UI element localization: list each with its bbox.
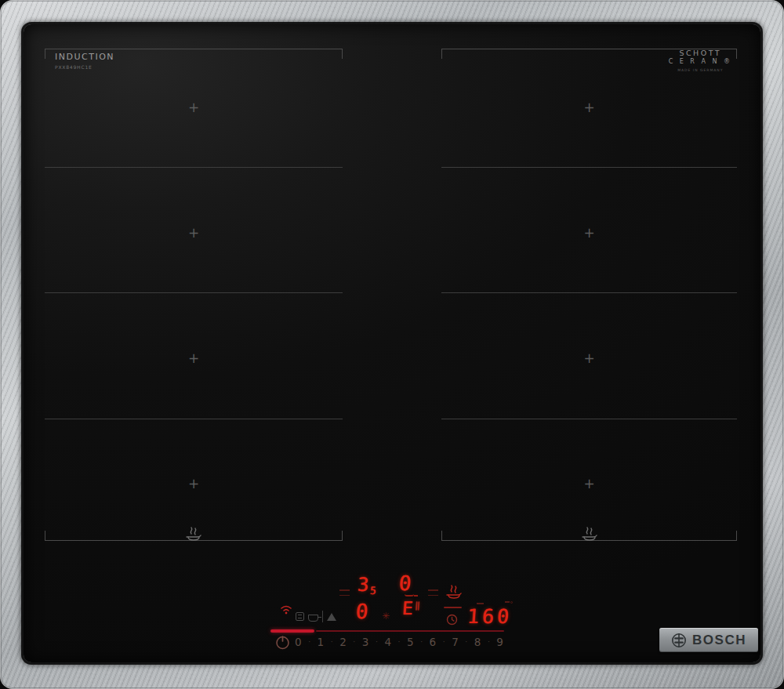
level-key-7[interactable]: 7 — [452, 636, 459, 648]
timer-clock-icon[interactable] — [446, 614, 458, 626]
zone-center-marker: + — [583, 353, 595, 364]
level-key-2[interactable]: 2 — [339, 636, 347, 648]
zone-border-top — [45, 49, 343, 49]
level-dot: · — [308, 638, 310, 646]
level-key-3[interactable]: 3 — [362, 636, 369, 648]
ceramic-glass-surface: INDUCTION PXX849HC1E SCHOTT C E R A N ® … — [24, 24, 760, 662]
bosch-badge: BOSCH — [659, 628, 758, 652]
level-key-4[interactable]: 4 — [384, 636, 391, 648]
zone-divider — [45, 292, 343, 293]
level-key-9[interactable]: 9 — [496, 636, 503, 648]
zone-divider — [441, 167, 737, 168]
power-slider-active-segment[interactable] — [270, 629, 314, 633]
level-dot: · — [420, 638, 423, 646]
bosch-logo-text: BOSCH — [692, 633, 746, 648]
pan-steam-icon — [579, 526, 600, 543]
wifi-icon — [279, 604, 293, 615]
mini-pan-icon — [405, 591, 414, 597]
pan-icon — [308, 615, 318, 622]
legend-divider — [322, 611, 323, 622]
level-key-0[interactable]: 0 — [295, 636, 302, 648]
zone-center-marker: + — [583, 478, 595, 490]
flex-zone-group-right: + + + + — [441, 49, 737, 541]
display-fry-sensor: E‖ — [401, 600, 419, 618]
printed-legend — [296, 611, 336, 622]
zone-center-marker: + — [583, 102, 595, 114]
zone-divider — [45, 419, 343, 419]
level-dot: · — [398, 638, 401, 646]
fry-sensor-underline — [444, 607, 462, 608]
level-dot: · — [443, 638, 445, 646]
level-indicator-marks — [339, 589, 350, 596]
level-key-5[interactable]: 5 — [407, 636, 414, 648]
power-icon[interactable] — [274, 634, 291, 651]
display-rear-left-level: 35 — [357, 575, 377, 596]
level-dot: · — [353, 638, 355, 646]
zone-center-marker: + — [188, 478, 200, 490]
star-icon: ✳ — [382, 611, 390, 622]
power-level-selector[interactable]: 0 · 1 · 2 · 3 · 4 · 5 · 6 · 7 · 8 · 9 — [295, 636, 503, 648]
flex-zone-icon — [296, 612, 304, 621]
level-dot: · — [376, 638, 378, 646]
level-indicator-marks — [428, 589, 438, 596]
warning-triangle-icon — [327, 613, 336, 621]
bosch-anchor-icon — [671, 633, 687, 648]
zone-center-marker: + — [583, 227, 595, 239]
display-timer: 160 — [466, 607, 513, 626]
induction-cooktop: INDUCTION PXX849HC1E SCHOTT C E R A N ® … — [0, 0, 784, 689]
zone-divider — [441, 419, 737, 419]
zone-border-top — [441, 49, 737, 49]
flex-zone-group-left: + + + + — [45, 49, 343, 541]
pan-steam-icon — [183, 526, 204, 543]
fry-value: E — [401, 598, 414, 618]
level-key-1[interactable]: 1 — [318, 636, 325, 648]
display-front-left-level: 0 — [355, 601, 368, 622]
level-key-8[interactable]: 8 — [474, 636, 481, 648]
zone-center-marker: + — [188, 227, 200, 239]
level-frac: 5 — [369, 585, 376, 597]
zone-divider — [45, 167, 343, 168]
zone-divider — [441, 292, 737, 293]
frying-sensor-icon[interactable] — [444, 582, 464, 601]
power-slider-track[interactable] — [316, 630, 504, 632]
fry-level-bars: ‖ — [415, 600, 420, 611]
zone-center-marker: + — [188, 353, 200, 364]
zone-center-marker: + — [188, 102, 200, 114]
level-main: 3 — [357, 574, 369, 596]
level-dot: · — [331, 638, 333, 646]
level-dot: · — [465, 638, 467, 646]
level-dot: · — [488, 638, 490, 646]
level-key-6[interactable]: 6 — [430, 636, 437, 648]
